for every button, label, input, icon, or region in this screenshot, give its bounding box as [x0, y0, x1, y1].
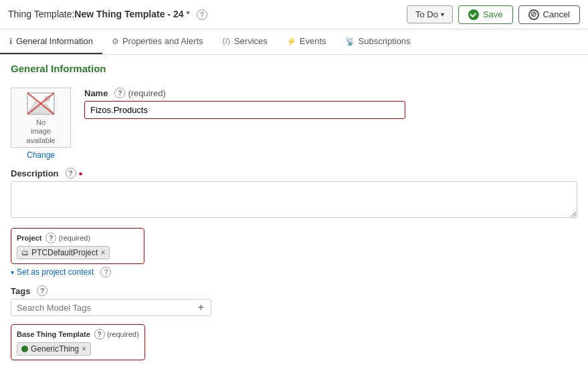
base-template-field-box: Base Thing Template ? (required) Generic… — [11, 324, 145, 360]
base-template-tag-close[interactable]: × — [82, 344, 86, 354]
description-section: Description ? ● — [11, 168, 577, 220]
tab-general-label: General Information — [16, 36, 93, 46]
description-help-icon[interactable]: ? — [66, 168, 76, 178]
section-title: General Information — [11, 63, 577, 77]
set-project-container: ▾ Set as project context ? — [11, 267, 577, 277]
set-project-chevron: ▾ — [11, 269, 14, 276]
project-required-text: (required) — [58, 234, 90, 242]
image-container: No image available Change — [11, 88, 71, 160]
set-project-help-icon[interactable]: ? — [100, 267, 111, 277]
name-required-text: (required) — [128, 88, 165, 98]
project-label: Project ? (required) — [17, 233, 138, 243]
project-field-box: Project ? (required) 🗂 PTCDefaultProject… — [11, 228, 144, 264]
cancel-icon: ⊘ — [528, 9, 539, 20]
tab-events[interactable]: ⚡ Events — [277, 29, 336, 54]
tags-input-row: + — [11, 299, 211, 316]
tab-services[interactable]: ⟨/⟩ Services — [213, 29, 277, 54]
save-icon — [468, 9, 479, 20]
properties-icon: ⚙ — [112, 37, 119, 46]
project-tag-close[interactable]: × — [100, 248, 105, 257]
subscriptions-icon: 📡 — [345, 37, 355, 46]
cancel-label: Cancel — [543, 9, 570, 19]
todo-label: To Do — [415, 9, 438, 19]
main-content: General Information No image — [0, 55, 588, 376]
base-template-required-text: (required) — [107, 330, 139, 338]
save-label: Save — [483, 9, 503, 19]
set-project-label: Set as project context — [17, 267, 94, 277]
tab-properties-alerts[interactable]: ⚙ Properties and Alerts — [102, 29, 213, 54]
green-dot-icon — [21, 346, 28, 352]
name-field-container: Name ? (required) — [84, 88, 577, 119]
tags-input[interactable] — [17, 303, 197, 313]
todo-button[interactable]: To Do ▾ — [407, 5, 453, 23]
tab-properties-label: Properties and Alerts — [122, 36, 203, 46]
tab-events-label: Events — [300, 36, 326, 46]
project-help-icon[interactable]: ? — [45, 233, 56, 243]
description-label: Description ? ● — [11, 168, 577, 178]
tab-subscriptions-label: Subscriptions — [359, 36, 411, 46]
no-image-text: No image available — [26, 118, 55, 145]
base-template-value: GenericThing — [31, 344, 79, 354]
header-bar: Thing Template:New Thing Template - 24 *… — [0, 0, 588, 29]
name-field-label: Name ? (required) — [84, 88, 577, 98]
chevron-down-icon: ▾ — [441, 11, 444, 18]
services-icon: ⟨/⟩ — [222, 37, 231, 46]
name-help-icon[interactable]: ? — [114, 88, 125, 98]
name-input[interactable] — [84, 101, 405, 119]
base-template-tag: GenericThing × — [17, 342, 139, 356]
base-template-help-icon[interactable]: ? — [94, 329, 105, 340]
tab-general-information[interactable]: ℹ General Information — [0, 29, 102, 54]
description-dot: ● — [79, 170, 83, 177]
header-actions: To Do ▾ Save ⊘ Cancel — [407, 5, 580, 24]
tab-services-label: Services — [234, 36, 268, 46]
info-icon: ℹ — [9, 37, 13, 46]
project-icon: 🗂 — [21, 249, 29, 257]
tags-add-button[interactable]: + — [197, 301, 205, 313]
form-body: No image available Change Name ? (requir… — [11, 88, 577, 160]
project-tag-value: PTCDefaultProject — [31, 248, 98, 257]
image-box: No image available — [11, 88, 71, 148]
project-tag: 🗂 PTCDefaultProject × — [17, 246, 138, 259]
description-textarea[interactable] — [11, 181, 577, 218]
tags-help-icon[interactable]: ? — [37, 285, 47, 296]
base-template-tag-item: GenericThing × — [17, 342, 91, 356]
events-icon: ⚡ — [286, 37, 296, 46]
no-image-svg — [24, 90, 58, 117]
cancel-button[interactable]: ⊘ Cancel — [518, 5, 580, 24]
save-button[interactable]: Save — [458, 5, 513, 24]
set-project-link[interactable]: ▾ Set as project context ? — [11, 267, 577, 277]
tags-section: Tags ? + — [11, 285, 577, 316]
tab-bar: ℹ General Information ⚙ Properties and A… — [0, 29, 588, 55]
change-image-link[interactable]: Change — [27, 150, 55, 160]
tab-subscriptions[interactable]: 📡 Subscriptions — [336, 29, 420, 54]
base-template-section: Base Thing Template ? (required) Generic… — [11, 324, 577, 360]
help-icon[interactable]: ? — [197, 9, 207, 20]
project-section: Project ? (required) 🗂 PTCDefaultProject… — [11, 228, 577, 277]
base-template-label: Base Thing Template ? (required) — [17, 329, 139, 340]
page-title: Thing Template:New Thing Template - 24 *… — [8, 9, 407, 21]
project-tag-item: 🗂 PTCDefaultProject × — [17, 246, 110, 259]
tags-label: Tags ? — [11, 285, 577, 296]
